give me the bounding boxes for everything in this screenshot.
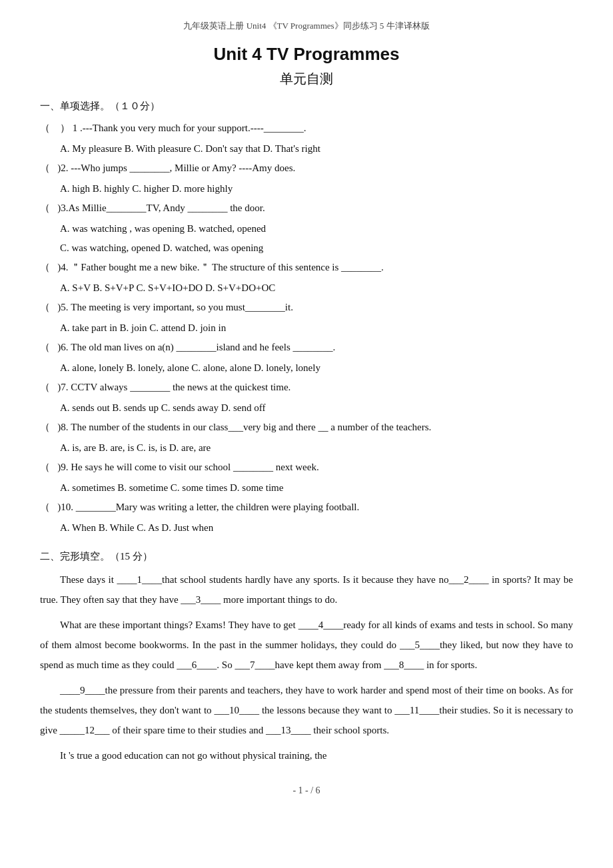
- q4-stem: )4. ＂Father bought me a new bike.＂ The s…: [57, 262, 384, 272]
- q5-options: A. take part in B. join C. attend D. joi…: [60, 319, 573, 337]
- fill-para-2: What are these important things? Exams! …: [40, 615, 573, 675]
- q10-stem: )10. ________Mary was writing a letter, …: [57, 502, 359, 512]
- question-1: （ ） 1 .---Thank you very much for your s…: [40, 119, 573, 137]
- header-top: 九年级英语上册 Unit4 《TV Programmes》同步练习 5 牛津译林…: [40, 20, 573, 32]
- fill-para-1: These days it ____1____that school stude…: [40, 570, 573, 610]
- sub-title: 单元自测: [40, 70, 573, 88]
- question-6: （ )6. The old man lives on a(n) ________…: [40, 338, 573, 356]
- q2-stem: )2. ---Who jumps ________, Millie or Amy…: [57, 163, 295, 173]
- q3-options2: C. was watching, opened D. watched, was …: [60, 239, 573, 257]
- question-9: （ )9. He says he will come to visit our …: [40, 458, 573, 476]
- bracket-1: （ ）: [40, 123, 70, 133]
- bracket-3: （: [40, 203, 57, 213]
- question-10: （ )10. ________Mary was writing a letter…: [40, 498, 573, 516]
- question-7: （ )7. CCTV always ________ the news at t…: [40, 378, 573, 396]
- bracket-5: （: [40, 302, 57, 312]
- bracket-6: （: [40, 342, 57, 352]
- q3-stem: )3.As Millie________TV, Andy ________ th…: [57, 203, 265, 213]
- fill-para-4: It 's true a good education can not go w…: [40, 745, 573, 765]
- q10-options: A. When B. While C. As D. Just when: [60, 519, 573, 537]
- question-3: （ )3.As Millie________TV, Andy ________ …: [40, 199, 573, 217]
- q5-stem: )5. The meeting is very important, so yo…: [57, 302, 293, 312]
- section2-title: 二、完形填空。（15 分）: [40, 550, 573, 563]
- q1-options: A. My pleasure B. With pleasure C. Don't…: [60, 140, 573, 158]
- question-2: （ )2. ---Who jumps ________, Millie or A…: [40, 159, 573, 177]
- q3-options1: A. was watching , was opening B. watched…: [60, 220, 573, 238]
- bracket-9: （: [40, 462, 57, 472]
- question-5: （ )5. The meeting is very important, so …: [40, 298, 573, 316]
- bracket-4: （: [40, 262, 57, 272]
- bracket-10: （: [40, 502, 57, 512]
- fill-para-3: ____9____the pressure from their parents…: [40, 680, 573, 740]
- q7-stem: )7. CCTV always ________ the news at the…: [57, 382, 291, 392]
- q2-options: A. high B. highly C. higher D. more high…: [60, 180, 573, 198]
- q7-options: A. sends out B. sends up C. sends away D…: [60, 399, 573, 417]
- bracket-8: （: [40, 422, 57, 432]
- q4-options: A. S+V B. S+V+P C. S+V+IO+DO D. S+V+DO+O…: [60, 279, 573, 297]
- bracket-2: （: [40, 163, 57, 173]
- bracket-7: （: [40, 382, 57, 392]
- q6-stem: )6. The old man lives on a(n) ________is…: [57, 342, 335, 352]
- main-title: Unit 4 TV Programmes: [40, 44, 573, 65]
- q6-options: A. alone, lonely B. lonely, alone C. alo…: [60, 359, 573, 377]
- q8-stem: )8. The number of the students in our cl…: [57, 422, 431, 432]
- q8-options: A. is, are B. are, is C. is, is D. are, …: [60, 439, 573, 457]
- question-8: （ )8. The number of the students in our …: [40, 418, 573, 436]
- section1-title: 一、单项选择。（１０分）: [40, 100, 573, 113]
- q9-options: A. sometimes B. sometime C. some times D…: [60, 479, 573, 497]
- question-4: （ )4. ＂Father bought me a new bike.＂ The…: [40, 258, 573, 276]
- q1-stem: 1 .---Thank you very much for your suppo…: [73, 123, 306, 133]
- page-footer: - 1 - / 6: [40, 785, 573, 796]
- q9-stem: )9. He says he will come to visit our sc…: [57, 462, 318, 472]
